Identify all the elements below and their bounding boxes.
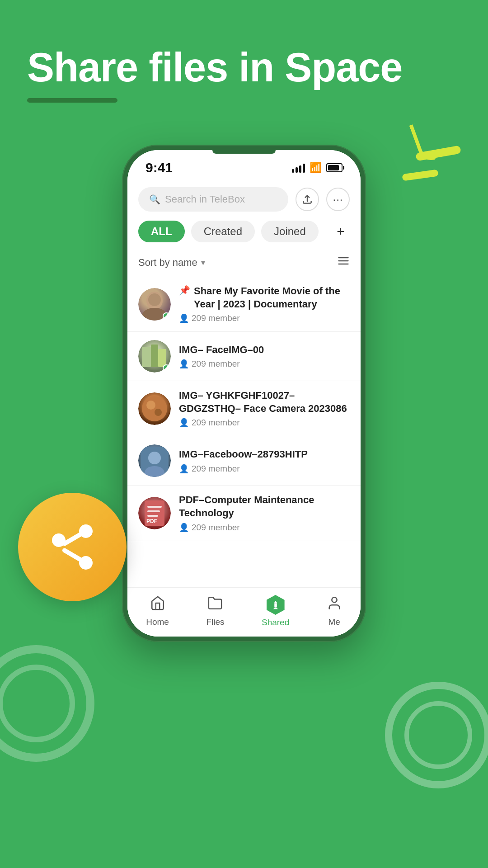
member-count: 209 member	[192, 523, 240, 533]
member-count: 209 member	[192, 313, 240, 323]
status-time: 9:41	[145, 160, 173, 175]
avatar	[138, 340, 171, 373]
avatar: PDF	[138, 497, 171, 529]
me-icon	[327, 595, 342, 614]
sort-row: Sort by name ▾	[127, 248, 361, 277]
file-meta: 👤 209 member	[179, 464, 350, 474]
file-name: IMG– FaceIMG–00	[179, 344, 264, 357]
member-count: 209 member	[192, 464, 240, 474]
wifi-icon: 📶	[310, 162, 322, 174]
list-item[interactable]: 📌 Share My Favorite Movie of the Year | …	[127, 277, 361, 332]
file-info: IMG– FaceIMG–00 👤 209 member	[179, 344, 350, 369]
search-bar-row: 🔍 Search in TeleBox ···	[127, 180, 361, 215]
nav-files-label: Flies	[206, 617, 224, 627]
svg-point-13	[142, 396, 167, 421]
list-item[interactable]: IMG–Faceboow–28793HITP 👤 209 member	[127, 436, 361, 486]
pin-icon: 📌	[179, 285, 190, 296]
svg-rect-10	[142, 347, 151, 367]
hero-underline	[27, 98, 117, 103]
member-icon: 👤	[179, 418, 189, 428]
hero-section: Share files in Space	[27, 45, 461, 103]
member-icon: 👤	[179, 359, 189, 369]
upload-button[interactable]	[296, 188, 319, 211]
member-icon: 👤	[179, 313, 189, 323]
phone-notch	[212, 150, 276, 154]
svg-rect-24	[274, 603, 277, 607]
svg-point-15	[155, 409, 162, 416]
file-name: PDF–Computer Maintenance Technology	[179, 494, 350, 519]
file-meta: 👤 209 member	[179, 418, 350, 428]
signal-icon	[292, 163, 305, 173]
svg-point-17	[148, 452, 161, 464]
avatar	[138, 288, 171, 321]
search-placeholder: Search in TeleBox	[165, 193, 245, 205]
nav-shared[interactable]: Shared	[262, 595, 289, 627]
member-count: 209 member	[192, 359, 240, 369]
tab-all[interactable]: ALL	[138, 221, 185, 242]
svg-point-9	[148, 293, 161, 306]
add-tab-button[interactable]: +	[332, 222, 350, 241]
file-name: Share My Favorite Movie of the Year | 20…	[194, 285, 350, 311]
svg-line-28	[65, 535, 80, 544]
sort-label-text: Sort by name	[138, 257, 197, 269]
status-bar: 9:41 📶	[127, 150, 361, 180]
shared-icon	[267, 595, 285, 615]
svg-point-26	[332, 597, 337, 602]
sort-caret-icon: ▾	[201, 258, 205, 268]
file-name: IMG– YGHKFGHF10027–GDGZSTHQ– Face Camera…	[179, 389, 350, 415]
status-icons: 📶	[292, 162, 343, 174]
file-meta: 👤 209 member	[179, 523, 350, 533]
online-indicator	[163, 364, 170, 372]
list-item[interactable]: IMG– YGHKFGHF10027–GDGZSTHQ– Face Camera…	[127, 381, 361, 436]
search-input[interactable]: 🔍 Search in TeleBox	[138, 187, 288, 212]
files-icon	[207, 595, 223, 614]
member-icon: 👤	[179, 464, 189, 474]
file-info: IMG– YGHKFGHF10027–GDGZSTHQ– Face Camera…	[179, 389, 350, 428]
svg-rect-20	[147, 506, 162, 508]
nav-me-label: Me	[328, 617, 340, 627]
bottom-nav: Home Flies	[127, 587, 361, 637]
svg-rect-11	[151, 344, 158, 367]
tabs-row: ALL Created Joined +	[127, 215, 361, 248]
battery-icon	[326, 163, 343, 172]
hero-title: Share files in Space	[27, 45, 461, 90]
sort-button[interactable]: Sort by name ▾	[138, 257, 205, 269]
phone-frame: 9:41 📶 🔍 Search in TeleB	[122, 145, 366, 642]
svg-point-14	[146, 401, 155, 410]
member-icon: 👤	[179, 523, 189, 533]
tab-joined[interactable]: Joined	[261, 221, 319, 242]
search-icon: 🔍	[149, 194, 160, 205]
tab-created[interactable]: Created	[191, 221, 255, 242]
online-indicator	[163, 312, 170, 320]
file-info: PDF–Computer Maintenance Technology 👤 20…	[179, 494, 350, 532]
nav-shared-label: Shared	[262, 618, 289, 627]
file-meta: 👤 209 member	[179, 359, 350, 369]
svg-rect-22	[147, 515, 158, 517]
grid-view-button[interactable]	[337, 255, 350, 270]
more-button[interactable]: ···	[326, 188, 350, 211]
nav-me[interactable]: Me	[327, 595, 342, 627]
file-info: 📌 Share My Favorite Movie of the Year | …	[179, 285, 350, 323]
list-item[interactable]: IMG– FaceIMG–00 👤 209 member	[127, 332, 361, 381]
nav-files[interactable]: Flies	[206, 595, 224, 627]
file-meta: 👤 209 member	[179, 313, 350, 323]
file-list: 📌 Share My Favorite Movie of the Year | …	[127, 277, 361, 587]
member-count: 209 member	[192, 418, 240, 428]
list-item[interactable]: PDF PDF–Computer Maintenance Technology …	[127, 486, 361, 541]
nav-home-label: Home	[146, 617, 169, 627]
avatar	[138, 444, 171, 477]
svg-rect-21	[147, 510, 160, 512]
file-name: IMG–Faceboow–28793HITP	[179, 448, 308, 461]
share-float-button[interactable]	[18, 493, 127, 601]
file-info: IMG–Faceboow–28793HITP 👤 209 member	[179, 448, 350, 474]
nav-home[interactable]: Home	[146, 595, 169, 627]
avatar	[138, 392, 171, 425]
home-icon	[150, 595, 165, 614]
svg-line-27	[65, 551, 80, 560]
svg-text:PDF: PDF	[146, 518, 157, 524]
svg-marker-25	[273, 608, 278, 609]
